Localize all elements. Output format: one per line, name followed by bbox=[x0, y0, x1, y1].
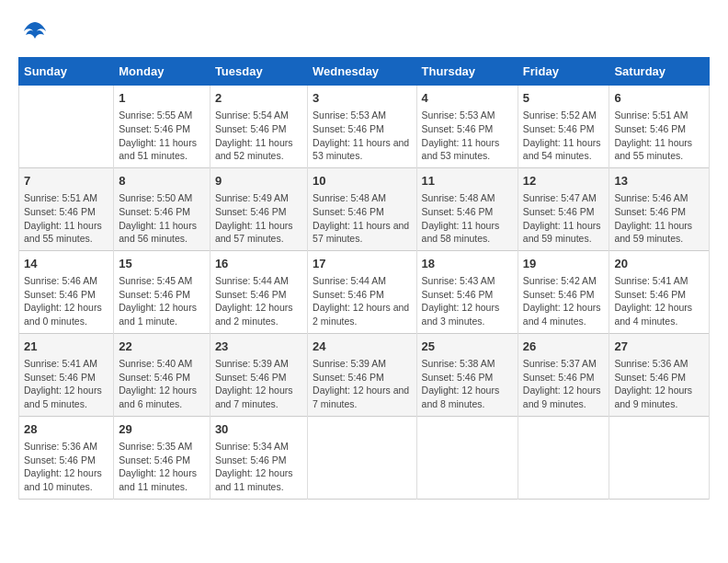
calendar-cell bbox=[308, 416, 416, 499]
calendar-cell: 23Sunrise: 5:39 AMSunset: 5:46 PMDayligh… bbox=[210, 333, 307, 416]
logo-bird-icon bbox=[22, 18, 48, 44]
calendar-cell: 18Sunrise: 5:43 AMSunset: 5:46 PMDayligh… bbox=[416, 250, 518, 333]
day-number: 16 bbox=[215, 256, 302, 272]
calendar-cell bbox=[609, 416, 710, 499]
day-detail: Sunrise: 5:54 AMSunset: 5:46 PMDaylight:… bbox=[215, 109, 302, 163]
calendar-cell: 27Sunrise: 5:36 AMSunset: 5:46 PMDayligh… bbox=[609, 333, 710, 416]
calendar-cell: 11Sunrise: 5:48 AMSunset: 5:46 PMDayligh… bbox=[416, 167, 518, 250]
calendar-cell: 4Sunrise: 5:53 AMSunset: 5:46 PMDaylight… bbox=[416, 86, 518, 168]
calendar-cell: 25Sunrise: 5:38 AMSunset: 5:46 PMDayligh… bbox=[416, 333, 518, 416]
day-number: 9 bbox=[215, 173, 302, 190]
day-detail: Sunrise: 5:50 AMSunset: 5:46 PMDaylight:… bbox=[119, 191, 205, 246]
calendar-cell: 16Sunrise: 5:44 AMSunset: 5:46 PMDayligh… bbox=[210, 250, 307, 333]
day-detail: Sunrise: 5:39 AMSunset: 5:46 PMDaylight:… bbox=[215, 357, 302, 411]
calendar-cell: 19Sunrise: 5:42 AMSunset: 5:46 PMDayligh… bbox=[518, 250, 609, 333]
day-number: 5 bbox=[523, 90, 605, 107]
day-number: 11 bbox=[422, 173, 513, 190]
day-detail: Sunrise: 5:53 AMSunset: 5:46 PMDaylight:… bbox=[422, 109, 513, 163]
day-detail: Sunrise: 5:43 AMSunset: 5:46 PMDaylight:… bbox=[422, 274, 513, 328]
calendar-cell: 22Sunrise: 5:40 AMSunset: 5:46 PMDayligh… bbox=[114, 333, 210, 416]
day-number: 15 bbox=[119, 256, 205, 272]
calendar-cell: 15Sunrise: 5:45 AMSunset: 5:46 PMDayligh… bbox=[114, 250, 210, 333]
calendar-header: SundayMondayTuesdayWednesdayThursdayFrid… bbox=[19, 58, 710, 86]
calendar-cell: 21Sunrise: 5:41 AMSunset: 5:46 PMDayligh… bbox=[19, 333, 114, 416]
calendar-week-row: 21Sunrise: 5:41 AMSunset: 5:46 PMDayligh… bbox=[19, 333, 710, 416]
day-detail: Sunrise: 5:38 AMSunset: 5:46 PMDaylight:… bbox=[422, 357, 513, 411]
day-number: 27 bbox=[614, 339, 704, 355]
day-number: 13 bbox=[614, 173, 704, 190]
day-detail: Sunrise: 5:48 AMSunset: 5:46 PMDaylight:… bbox=[422, 191, 513, 246]
calendar-cell: 7Sunrise: 5:51 AMSunset: 5:46 PMDaylight… bbox=[19, 167, 114, 250]
calendar-week-row: 14Sunrise: 5:46 AMSunset: 5:46 PMDayligh… bbox=[19, 250, 710, 333]
day-detail: Sunrise: 5:55 AMSunset: 5:46 PMDaylight:… bbox=[119, 109, 205, 163]
calendar-cell: 3Sunrise: 5:53 AMSunset: 5:46 PMDaylight… bbox=[308, 86, 416, 168]
calendar-cell: 29Sunrise: 5:35 AMSunset: 5:46 PMDayligh… bbox=[114, 416, 210, 499]
day-number: 22 bbox=[119, 339, 205, 355]
calendar-cell: 20Sunrise: 5:41 AMSunset: 5:46 PMDayligh… bbox=[609, 250, 710, 333]
day-detail: Sunrise: 5:44 AMSunset: 5:46 PMDaylight:… bbox=[215, 274, 302, 328]
calendar-cell bbox=[518, 416, 609, 499]
header-day-wednesday: Wednesday bbox=[308, 58, 416, 86]
day-number: 24 bbox=[313, 339, 411, 355]
day-detail: Sunrise: 5:49 AMSunset: 5:46 PMDaylight:… bbox=[215, 191, 302, 246]
day-number: 19 bbox=[523, 256, 605, 272]
day-detail: Sunrise: 5:41 AMSunset: 5:46 PMDaylight:… bbox=[24, 357, 108, 411]
calendar-cell: 14Sunrise: 5:46 AMSunset: 5:46 PMDayligh… bbox=[19, 250, 114, 333]
day-number: 10 bbox=[313, 173, 411, 190]
day-detail: Sunrise: 5:47 AMSunset: 5:46 PMDaylight:… bbox=[523, 191, 605, 246]
day-number: 23 bbox=[215, 339, 302, 355]
day-detail: Sunrise: 5:44 AMSunset: 5:46 PMDaylight:… bbox=[313, 274, 411, 328]
day-number: 1 bbox=[119, 90, 205, 107]
day-number: 12 bbox=[523, 173, 605, 190]
calendar-cell bbox=[416, 416, 518, 499]
day-detail: Sunrise: 5:37 AMSunset: 5:46 PMDaylight:… bbox=[523, 357, 605, 411]
header-day-friday: Friday bbox=[518, 58, 609, 86]
calendar-cell: 30Sunrise: 5:34 AMSunset: 5:46 PMDayligh… bbox=[210, 416, 307, 499]
day-number: 4 bbox=[422, 90, 513, 107]
day-number: 30 bbox=[215, 421, 302, 438]
day-detail: Sunrise: 5:39 AMSunset: 5:46 PMDaylight:… bbox=[313, 357, 411, 411]
day-detail: Sunrise: 5:53 AMSunset: 5:46 PMDaylight:… bbox=[313, 109, 411, 163]
day-number: 20 bbox=[614, 256, 704, 272]
header-day-thursday: Thursday bbox=[416, 58, 518, 86]
calendar-cell: 6Sunrise: 5:51 AMSunset: 5:46 PMDaylight… bbox=[609, 86, 710, 168]
day-detail: Sunrise: 5:51 AMSunset: 5:46 PMDaylight:… bbox=[614, 109, 704, 163]
day-number: 17 bbox=[313, 256, 411, 272]
day-number: 7 bbox=[24, 173, 108, 190]
calendar-cell: 10Sunrise: 5:48 AMSunset: 5:46 PMDayligh… bbox=[308, 167, 416, 250]
day-number: 28 bbox=[24, 421, 108, 438]
calendar-week-row: 7Sunrise: 5:51 AMSunset: 5:46 PMDaylight… bbox=[19, 167, 710, 250]
day-detail: Sunrise: 5:42 AMSunset: 5:46 PMDaylight:… bbox=[523, 274, 605, 328]
day-detail: Sunrise: 5:46 AMSunset: 5:46 PMDaylight:… bbox=[24, 274, 108, 328]
logo bbox=[18, 18, 48, 48]
day-detail: Sunrise: 5:36 AMSunset: 5:46 PMDaylight:… bbox=[614, 357, 704, 411]
day-detail: Sunrise: 5:34 AMSunset: 5:46 PMDaylight:… bbox=[215, 440, 302, 494]
day-number: 21 bbox=[24, 339, 108, 355]
calendar-cell: 1Sunrise: 5:55 AMSunset: 5:46 PMDaylight… bbox=[114, 86, 210, 168]
calendar-cell: 13Sunrise: 5:46 AMSunset: 5:46 PMDayligh… bbox=[609, 167, 710, 250]
day-number: 6 bbox=[614, 90, 704, 107]
header-day-tuesday: Tuesday bbox=[210, 58, 307, 86]
calendar-week-row: 1Sunrise: 5:55 AMSunset: 5:46 PMDaylight… bbox=[19, 86, 710, 168]
calendar-cell: 17Sunrise: 5:44 AMSunset: 5:46 PMDayligh… bbox=[308, 250, 416, 333]
day-number: 2 bbox=[215, 90, 302, 107]
header-day-sunday: Sunday bbox=[19, 58, 114, 86]
day-number: 8 bbox=[119, 173, 205, 190]
day-number: 25 bbox=[422, 339, 513, 355]
calendar-table: SundayMondayTuesdayWednesdayThursdayFrid… bbox=[18, 57, 710, 500]
calendar-cell: 9Sunrise: 5:49 AMSunset: 5:46 PMDaylight… bbox=[210, 167, 307, 250]
header bbox=[18, 18, 710, 48]
day-number: 29 bbox=[119, 421, 205, 438]
day-detail: Sunrise: 5:45 AMSunset: 5:46 PMDaylight:… bbox=[119, 274, 205, 328]
calendar-cell: 5Sunrise: 5:52 AMSunset: 5:46 PMDaylight… bbox=[518, 86, 609, 168]
calendar-cell: 12Sunrise: 5:47 AMSunset: 5:46 PMDayligh… bbox=[518, 167, 609, 250]
day-number: 18 bbox=[422, 256, 513, 272]
day-detail: Sunrise: 5:52 AMSunset: 5:46 PMDaylight:… bbox=[523, 109, 605, 163]
calendar-week-row: 28Sunrise: 5:36 AMSunset: 5:46 PMDayligh… bbox=[19, 416, 710, 499]
day-detail: Sunrise: 5:51 AMSunset: 5:46 PMDaylight:… bbox=[24, 191, 108, 246]
calendar-cell: 26Sunrise: 5:37 AMSunset: 5:46 PMDayligh… bbox=[518, 333, 609, 416]
day-detail: Sunrise: 5:48 AMSunset: 5:46 PMDaylight:… bbox=[313, 191, 411, 246]
day-detail: Sunrise: 5:35 AMSunset: 5:46 PMDaylight:… bbox=[119, 440, 205, 494]
calendar-cell: 2Sunrise: 5:54 AMSunset: 5:46 PMDaylight… bbox=[210, 86, 307, 168]
day-number: 3 bbox=[313, 90, 411, 107]
